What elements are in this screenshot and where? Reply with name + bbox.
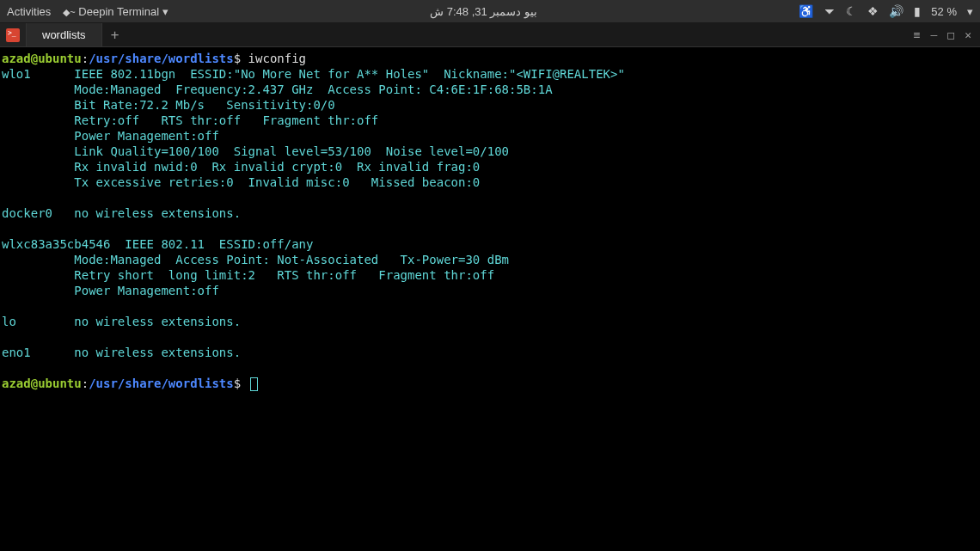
app-menu[interactable]: ◆~ Deepin Terminal ▾ <box>63 5 168 18</box>
prompt-user: azad@ubuntu <box>2 52 82 65</box>
battery-icon[interactable]: ▮ <box>914 4 921 18</box>
command-text: iwconfig <box>248 52 306 65</box>
output-line: wlo1 IEEE 802.11bgn ESSID:"No More Net f… <box>2 67 625 81</box>
terminal-output[interactable]: azad@ubuntu:/usr/share/wordlists$ iwconf… <box>0 47 980 395</box>
output-line: Retry:off RTS thr:off Fragment thr:off <box>2 113 378 127</box>
accessibility-icon[interactable]: ♿ <box>799 4 813 18</box>
volume-icon[interactable]: 🔊 <box>889 4 903 18</box>
output-line: Link Quality=100/100 Signal level=53/100… <box>2 144 509 158</box>
system-menu-chevron-icon[interactable]: ▾ <box>967 5 973 18</box>
output-line: Tx excessive retries:0 Invalid misc:0 Mi… <box>2 175 480 189</box>
menu-button[interactable]: ≡ <box>914 28 921 41</box>
chevron-down-icon: ▾ <box>162 5 168 18</box>
night-icon[interactable]: ☾ <box>846 4 857 18</box>
download-icon[interactable]: ⏷ <box>824 4 836 18</box>
close-button[interactable]: ✕ <box>965 28 971 41</box>
output-line: eno1 no wireless extensions. <box>2 346 241 359</box>
maximize-button[interactable]: □ <box>947 28 954 41</box>
output-line: Power Management:off <box>2 129 219 143</box>
output-line: Retry short long limit:2 RTS thr:off Fra… <box>2 268 494 282</box>
prompt-path: /usr/share/wordlists <box>89 377 234 390</box>
prompt-user: azad@ubuntu <box>2 377 82 390</box>
output-line: Rx invalid nwid:0 Rx invalid crypt:0 Rx … <box>2 160 480 174</box>
output-line <box>2 299 74 313</box>
battery-percent: 52 % <box>931 5 957 18</box>
output-line: Mode:Managed Frequency:2.437 GHz Access … <box>2 83 574 96</box>
output-line: Mode:Managed Access Point: Not-Associate… <box>2 253 530 266</box>
tab-bar: wordlists + ≡ — □ ✕ <box>0 23 980 47</box>
output-line: Power Management:off <box>2 284 219 297</box>
new-tab-button[interactable]: + <box>102 23 128 46</box>
app-icon <box>0 23 26 46</box>
activities-button[interactable]: Activities <box>7 5 51 18</box>
output-line: Bit Rate:72.2 Mb/s Sensitivity:0/0 <box>2 98 350 112</box>
top-panel: Activities ◆~ Deepin Terminal ▾ بيو دسمب… <box>0 0 980 23</box>
cursor <box>250 377 258 391</box>
output-line: wlxc83a35cb4546 IEEE 802.11 ESSID:off/an… <box>2 237 328 251</box>
prompt-path: /usr/share/wordlists <box>89 52 234 65</box>
minimize-button[interactable]: — <box>931 28 938 41</box>
output-line: lo no wireless extensions. <box>2 315 241 328</box>
tab-wordlists[interactable]: wordlists <box>26 23 102 46</box>
network-icon[interactable]: ❖ <box>867 4 879 18</box>
terminal-topbar-icon: ◆~ <box>63 7 75 17</box>
clock[interactable]: بيو دسمبر 31, 7:48 ش <box>430 5 537 18</box>
output-line: docker0 no wireless extensions. <box>2 206 241 220</box>
